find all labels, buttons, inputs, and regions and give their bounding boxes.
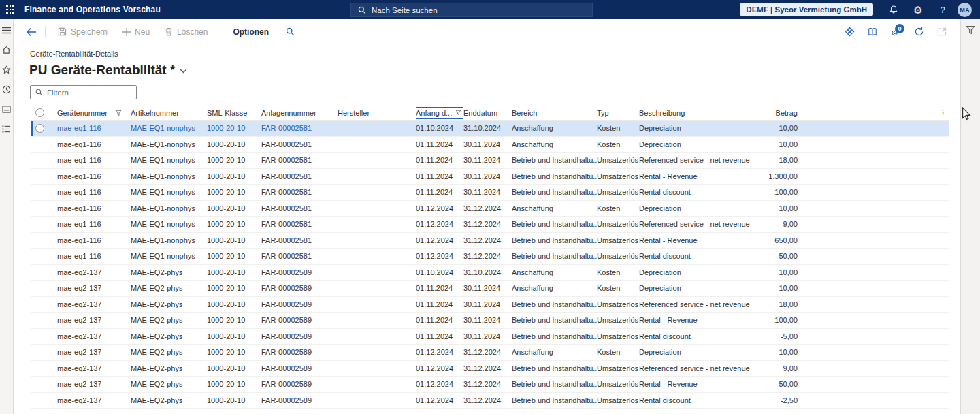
cell-anfang[interactable]: 01.12.2024: [416, 204, 463, 212]
cell-anlagennummer[interactable]: FAR-00002581: [261, 252, 338, 260]
cell-anlagennummer[interactable]: FAR-00002589: [261, 364, 338, 372]
cell-betrag[interactable]: 9,00: [755, 220, 798, 228]
attachments-paperclip-icon[interactable]: 0: [887, 23, 904, 41]
table-row[interactable]: mae-eq2-137 MAE-EQ2-phys 1000-20-10 FAR-…: [31, 345, 949, 361]
cell-betrag[interactable]: 18,00: [755, 300, 798, 308]
cell-anfang[interactable]: 01.12.2024: [416, 220, 463, 228]
table-row[interactable]: mae-eq2-137 MAE-EQ2-phys 1000-20-10 FAR-…: [31, 281, 949, 297]
cell-enddatum[interactable]: 31.10.2024: [463, 268, 512, 276]
cell-artikelnummer[interactable]: MAE-EQ2-phys: [131, 396, 207, 404]
workspaces-icon[interactable]: [1, 104, 12, 114]
chevron-down-icon[interactable]: [180, 69, 187, 74]
cell-betrag[interactable]: 1.300,00: [755, 172, 798, 180]
table-row[interactable]: mae-eq2-137 MAE-EQ2-phys 1000-20-10 FAR-…: [31, 361, 949, 377]
cell-beschreibung[interactable]: Rental discount: [639, 252, 755, 260]
cell-bereich[interactable]: Anschaffung: [512, 284, 597, 292]
column-header-beschreibung[interactable]: Beschreibung: [639, 109, 755, 117]
cell-artikelnummer[interactable]: MAE-EQ2-phys: [131, 364, 207, 372]
cell-geraetenummer[interactable]: mae-eq2-137: [57, 332, 131, 340]
cell-typ[interactable]: Kosten: [597, 268, 639, 276]
cell-sml-klasse[interactable]: 1000-20-10: [207, 316, 261, 324]
cell-bereich[interactable]: Anschaffung: [512, 124, 597, 132]
column-header-bereich[interactable]: Bereich: [512, 109, 597, 117]
notifications-bell-icon[interactable]: [881, 0, 906, 19]
cell-sml-klasse[interactable]: 1000-20-10: [207, 124, 261, 132]
cell-bereich[interactable]: Betrieb und Instandhaltu...: [512, 300, 597, 308]
cell-geraetenummer[interactable]: mae-eq1-116: [57, 236, 131, 244]
cell-sml-klasse[interactable]: 1000-20-10: [207, 172, 261, 180]
cell-enddatum[interactable]: 30.11.2024: [463, 316, 512, 324]
table-row[interactable]: mae-eq2-137 MAE-EQ2-phys 1000-20-10 FAR-…: [31, 393, 949, 409]
cell-typ[interactable]: Umsatzerlös: [597, 396, 639, 404]
column-header-betrag[interactable]: Betrag: [755, 109, 798, 117]
cell-beschreibung[interactable]: Depreciation: [639, 140, 755, 148]
cell-anlagennummer[interactable]: FAR-00002589: [261, 284, 338, 292]
menu-hamburger-icon[interactable]: [1, 25, 12, 35]
cell-betrag[interactable]: 10,00: [755, 140, 798, 148]
select-all-radio[interactable]: [35, 108, 44, 117]
cell-artikelnummer[interactable]: MAE-EQ1-nonphys: [131, 188, 207, 196]
cell-typ[interactable]: Kosten: [597, 284, 639, 292]
cell-sml-klasse[interactable]: 1000-20-10: [207, 252, 261, 260]
cell-anfang[interactable]: 01.10.2024: [416, 268, 463, 276]
column-header-typ[interactable]: Typ: [597, 109, 639, 117]
cell-anlagennummer[interactable]: FAR-00002581: [261, 236, 338, 244]
book-companion-icon[interactable]: [864, 23, 881, 41]
cell-typ[interactable]: Umsatzerlös: [597, 332, 639, 340]
column-header-geraetenummer[interactable]: Gerätenummer: [57, 109, 131, 117]
cell-beschreibung[interactable]: Depreciation: [639, 284, 755, 292]
cell-geraetenummer[interactable]: mae-eq1-116: [57, 252, 131, 260]
cell-anfang[interactable]: 01.12.2024: [416, 252, 463, 260]
column-header-sml-klasse[interactable]: SML-Klasse: [207, 109, 261, 117]
cell-betrag[interactable]: 18,00: [755, 156, 798, 164]
refresh-icon[interactable]: [910, 23, 928, 41]
cell-artikelnummer[interactable]: MAE-EQ1-nonphys: [131, 236, 207, 244]
filter-funnel-icon[interactable]: [115, 110, 122, 116]
cell-geraetenummer[interactable]: mae-eq1-116: [57, 140, 131, 148]
column-header-enddatum[interactable]: Enddatum: [463, 109, 512, 117]
cell-bereich[interactable]: Betrieb und Instandhaltu...: [512, 316, 597, 324]
cell-betrag[interactable]: 100,00: [755, 316, 798, 324]
cell-anlagennummer[interactable]: FAR-00002581: [261, 204, 338, 212]
cell-betrag[interactable]: 10,00: [755, 124, 798, 132]
grid-filter-input[interactable]: Filtern: [30, 85, 137, 99]
cell-enddatum[interactable]: 30.11.2024: [463, 284, 512, 292]
cell-anlagennummer[interactable]: FAR-00002589: [261, 380, 338, 388]
cell-enddatum[interactable]: 31.12.2024: [463, 380, 512, 388]
table-row[interactable]: mae-eq2-137 MAE-EQ2-phys 1000-20-10 FAR-…: [31, 313, 949, 329]
cell-geraetenummer[interactable]: mae-eq2-137: [57, 348, 131, 356]
page-search-input[interactable]: Nach Seite suchen: [350, 3, 593, 17]
cell-typ[interactable]: Umsatzerlös: [597, 236, 639, 244]
cell-betrag[interactable]: -5,00: [755, 332, 798, 340]
cell-enddatum[interactable]: 31.12.2024: [463, 364, 512, 372]
cell-enddatum[interactable]: 31.12.2024: [463, 220, 512, 228]
cell-bereich[interactable]: Anschaffung: [512, 268, 597, 276]
cell-bereich[interactable]: Betrieb und Instandhaltu...: [512, 332, 597, 340]
cell-geraetenummer[interactable]: mae-eq1-116: [57, 124, 131, 132]
cell-enddatum[interactable]: 31.10.2024: [463, 124, 512, 132]
cell-anlagennummer[interactable]: FAR-00002589: [261, 396, 338, 404]
table-row[interactable]: mae-eq1-116 MAE-EQ1-nonphys 1000-20-10 F…: [31, 217, 949, 233]
cell-anlagennummer[interactable]: FAR-00002581: [261, 220, 338, 228]
cell-anfang[interactable]: 01.12.2024: [416, 348, 463, 356]
table-row[interactable]: mae-eq1-116 MAE-EQ1-nonphys 1000-20-10 F…: [31, 249, 949, 265]
cell-anfang[interactable]: 01.11.2024: [416, 156, 463, 164]
cell-anfang[interactable]: 01.12.2024: [416, 380, 463, 388]
cell-beschreibung[interactable]: Depreciation: [639, 124, 755, 132]
cell-beschreibung[interactable]: Rental discount: [639, 396, 755, 404]
cell-enddatum[interactable]: 30.11.2024: [463, 332, 512, 340]
cell-anlagennummer[interactable]: FAR-00002589: [261, 300, 338, 308]
cell-geraetenummer[interactable]: mae-eq2-137: [57, 268, 131, 276]
cell-sml-klasse[interactable]: 1000-20-10: [207, 204, 261, 212]
cell-sml-klasse[interactable]: 1000-20-10: [207, 300, 261, 308]
cell-anfang[interactable]: 01.12.2024: [416, 364, 463, 372]
app-launcher-waffle-icon[interactable]: [0, 0, 20, 19]
cell-betrag[interactable]: 10,00: [755, 204, 798, 212]
table-row[interactable]: mae-eq1-116 MAE-EQ1-nonphys 1000-20-10 F…: [31, 153, 949, 169]
cell-bereich[interactable]: Betrieb und Instandhaltu...: [512, 236, 597, 244]
cell-beschreibung[interactable]: Referenced service - net revenue: [639, 364, 755, 372]
cell-bereich[interactable]: Betrieb und Instandhaltu...: [512, 252, 597, 260]
cell-enddatum[interactable]: 30.11.2024: [463, 300, 512, 308]
cell-anlagennummer[interactable]: FAR-00002589: [261, 332, 338, 340]
cell-geraetenummer[interactable]: mae-eq1-116: [57, 220, 131, 228]
